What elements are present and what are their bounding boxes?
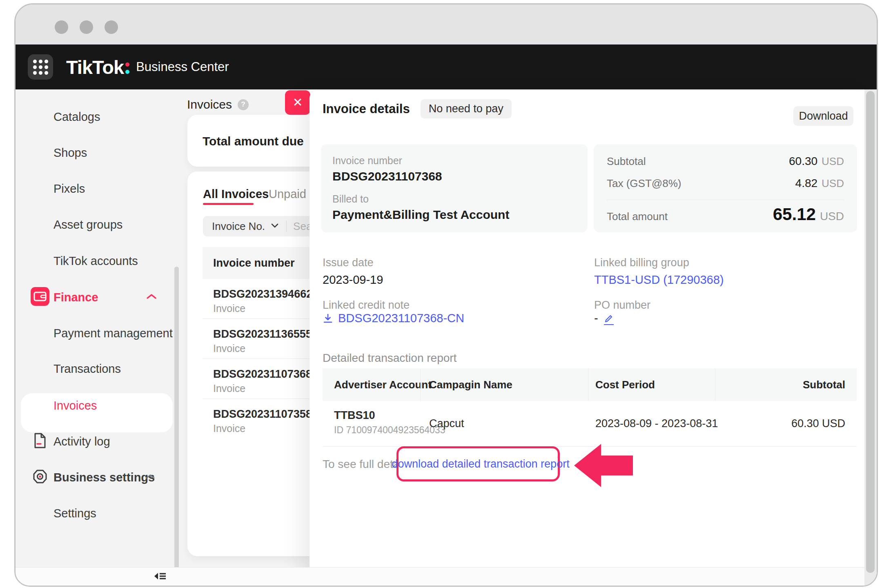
sidebar-item-label: Invoices: [53, 399, 97, 412]
close-icon: ✕: [292, 96, 303, 109]
invoice-details-panel: Invoice details No need to pay Download …: [310, 90, 867, 587]
wallet-icon: [31, 287, 49, 307]
sidebar-item-label: Activity log: [53, 435, 110, 448]
invoice-number-column-header: Invoice number: [213, 257, 295, 270]
advertiser-account-id: ID 7100974004923564033: [334, 425, 445, 436]
search-divider: [286, 220, 287, 232]
sidebar-item-settings[interactable]: Settings: [16, 501, 187, 526]
sidebar-item-activity-log[interactable]: Activity log: [16, 429, 187, 454]
close-panel-button[interactable]: ✕: [285, 90, 310, 115]
po-dash: -: [594, 312, 598, 325]
invoice-type: Invoice: [213, 423, 245, 434]
sidebar-item-invoices[interactable]: Invoices: [16, 393, 187, 418]
download-button[interactable]: Download: [793, 106, 853, 126]
sidebar-scrollbar[interactable]: [174, 267, 179, 573]
sidebar-item-shops[interactable]: Shops: [16, 140, 187, 165]
collapse-sidebar-icon: [153, 570, 167, 582]
column-subtotal: Subtotal: [803, 379, 845, 391]
sidebar-item-business-settings[interactable]: Business settings: [16, 465, 187, 490]
browser-window: TikTok Business Center Catalogs Shops Pi…: [14, 3, 878, 587]
tiktok-colon-icon: [125, 58, 130, 76]
sidebar-item-payment-management[interactable]: Payment management: [16, 321, 187, 345]
search-type-dropdown[interactable]: Invoice No.: [212, 220, 265, 233]
sidebar-item-label: Catalogs: [53, 110, 100, 124]
sidebar-item-label: Finance: [53, 291, 98, 304]
issue-date-value: 2023-09-19: [323, 273, 383, 287]
invoice-details-title: Invoice details: [323, 102, 410, 116]
download-icon: [323, 313, 333, 324]
page-scrollbar-track[interactable]: [864, 89, 877, 586]
issue-date-label: Issue date: [323, 256, 374, 269]
pencil-icon: [604, 314, 614, 323]
report-section-title: Detailed transaction report: [323, 352, 457, 365]
invoice-type: Invoice: [213, 303, 245, 314]
invoice-list-row[interactable]: BDSG20231107358 Invoice: [203, 399, 323, 439]
product-name: Business Center: [136, 60, 229, 74]
invoices-panel-title: Invoices: [187, 98, 232, 111]
invoices-panel-header: Invoices ?: [187, 98, 249, 111]
subtotal-label: Subtotal: [607, 155, 646, 168]
tab-unpaid[interactable]: Unpaid (: [269, 187, 314, 201]
tax-label: Tax (GST@8%): [607, 177, 681, 190]
traffic-light-dot: [80, 20, 93, 34]
download-report-link-highlighted[interactable]: download detailed transaction report: [396, 446, 560, 481]
report-table-header: Advertiser Account Campagin Name Cost Pe…: [323, 368, 857, 401]
subtotal-currency: USD: [822, 155, 844, 167]
tab-all-invoices[interactable]: All Invoices: [203, 187, 269, 201]
amount-summary-card: Subtotal 60.30USD Tax (GST@8%) 4.82USD T…: [594, 144, 857, 232]
report-table-row: TTBS10 ID 7100974004923564033 Capcut 202…: [323, 401, 857, 447]
sidebar-item-label: Business settings: [53, 471, 155, 484]
sidebar-item-pixels[interactable]: Pixels: [16, 176, 187, 201]
total-amount-due-card: Total amount due ? –: [187, 115, 323, 167]
sidebar-item-label: Asset groups: [53, 218, 122, 232]
window-footer: [16, 567, 877, 586]
invoice-number: BDSG20231107368: [213, 368, 312, 381]
billing-group-link[interactable]: TTBS1-USD (17290368): [594, 273, 724, 287]
invoice-number: BDSG20231107358: [213, 408, 312, 421]
active-tab-underline: [203, 203, 254, 205]
invoice-number: BDSG20231136555: [213, 328, 312, 341]
sidebar-item-label: Pixels: [53, 182, 85, 196]
campaign-name: Capcut: [429, 417, 464, 430]
advertiser-account: TTBS10: [334, 409, 375, 422]
billed-to-value: Payment&Billing Test Account: [332, 208, 509, 222]
invoice-info-card: Invoice number BDSG20231107368 Billed to…: [321, 144, 588, 232]
row-subtotal: 60.30 USD: [791, 417, 845, 430]
credit-note-link-label: BDSG20231107368-CN: [338, 312, 464, 325]
column-cost-period: Cost Period: [595, 379, 655, 391]
status-badge: No need to pay: [421, 99, 512, 118]
cost-period: 2023-08-09 - 2023-08-31: [595, 417, 718, 430]
annotation-arrow-icon: [574, 444, 633, 487]
tax-currency: USD: [822, 177, 844, 189]
credit-note-link[interactable]: BDSG20231107368-CN: [323, 312, 464, 325]
traffic-light-dot: [55, 20, 68, 34]
invoice-search-bar[interactable]: Invoice No. Search: [203, 216, 323, 236]
sidebar-item-asset-groups[interactable]: Asset groups: [16, 212, 187, 237]
app-grid-button[interactable]: [28, 54, 53, 80]
tax-value: 4.82: [795, 177, 818, 189]
sidebar-item-catalogs[interactable]: Catalogs: [16, 105, 187, 129]
screenshot-stage: TikTok Business Center Catalogs Shops Pi…: [0, 0, 882, 588]
invoice-number: BDSG20231394662: [213, 288, 312, 301]
invoice-number-value: BDSG20231107368: [332, 169, 442, 183]
invoice-list-header: Invoice number: [203, 247, 323, 279]
invoice-list-row[interactable]: BDSG20231107368 Invoice: [203, 359, 323, 399]
total-amount-currency: USD: [820, 210, 844, 223]
total-amount-label: Total amount: [607, 210, 668, 223]
invoice-list-row[interactable]: BDSG20231394662 Invoice: [203, 279, 323, 319]
collapse-sidebar-button[interactable]: [153, 570, 167, 582]
sidebar-item-label: TikTok accounts: [53, 254, 138, 268]
sidebar-item-transactions[interactable]: Transactions: [16, 356, 187, 381]
page-scrollbar-thumb[interactable]: [866, 91, 875, 573]
invoices-list-card: All Invoices Unpaid ( Invoice No. Search…: [187, 172, 323, 556]
sidebar-item-label: Transactions: [53, 362, 121, 376]
sidebar-item-label: Payment management: [53, 327, 173, 340]
transaction-report-table: Advertiser Account Campagin Name Cost Pe…: [323, 368, 857, 447]
sidebar-item-tiktok-accounts[interactable]: TikTok accounts: [16, 249, 187, 273]
edit-po-button[interactable]: [604, 314, 614, 325]
total-due-label: Total amount due: [203, 134, 304, 148]
invoice-list-row[interactable]: BDSG20231136555 Invoice: [203, 319, 323, 359]
sidebar-item-finance[interactable]: Finance: [16, 285, 187, 310]
help-icon[interactable]: ?: [238, 99, 249, 110]
po-number-label: PO number: [594, 299, 650, 312]
